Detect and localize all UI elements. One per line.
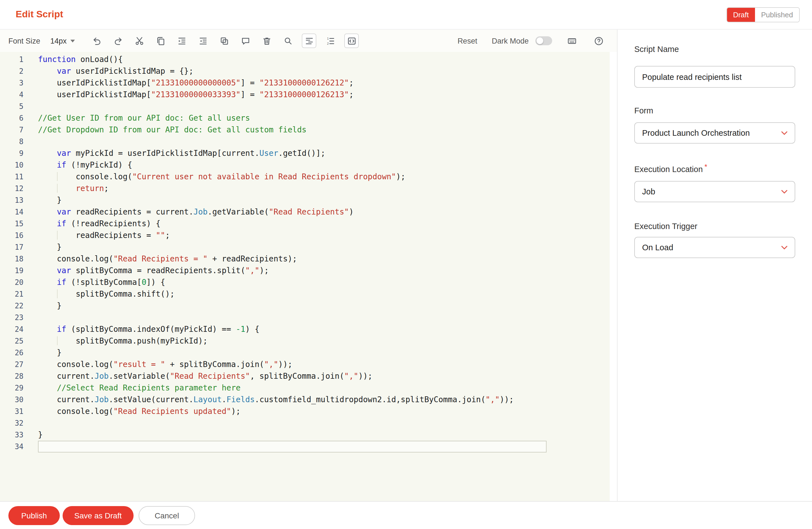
code-line[interactable]: var myPickId = userIdPicklistIdMap[curre… [38,147,610,159]
toolbar-right-icons [552,33,606,48]
code-line[interactable]: //Get User ID from our API doc: Get all … [38,112,610,124]
code-line[interactable]: userIdPicklistIdMap["21331000000033393"]… [38,89,610,101]
code-line[interactable]: return; [38,183,610,194]
code-line[interactable]: splitByComma.shift(); [38,288,610,300]
font-size-select[interactable]: 14px [50,36,75,45]
code-line[interactable]: console.log("Read Recipients updated"); [38,406,610,417]
chevron-down-icon [781,131,787,135]
gutter: 1234567891011121314151617181920212223242… [0,54,28,501]
dark-mode-toggle[interactable] [535,36,552,45]
code-line[interactable]: var readRecipients = current.Job.getVari… [38,206,610,218]
line-number: 11 [0,171,24,183]
line-number: 32 [0,417,24,429]
code-line[interactable]: var splitByComma = readRecipients.split(… [38,265,610,277]
code-line[interactable]: console.log("Current user not available … [38,171,610,183]
chevron-down-icon [781,190,787,193]
code-line[interactable]: console.log("Read Recipients = " + readR… [38,253,610,265]
code-line[interactable] [38,136,610,147]
page-title: Edit Script [16,9,63,20]
editor-toolbar: Font Size 14px 12 Reset Dark Mode [0,30,617,52]
code-line[interactable]: userIdPicklistIdMap["21331000000000005"]… [38,77,610,89]
undo-icon[interactable] [90,33,104,48]
line-number: 10 [0,159,24,171]
line-number: 6 [0,112,24,124]
line-number: 7 [0,124,24,136]
line-number: 31 [0,406,24,417]
execution-location-text: Execution Location [634,165,703,174]
copy-icon[interactable] [154,33,168,48]
settings-panel: Script Name Form Product Launch Orchestr… [618,30,812,501]
line-number: 21 [0,288,24,300]
line-number: 16 [0,230,24,241]
code-line[interactable]: current.Job.setValue(current.Layout.Fiel… [38,394,610,406]
format-code-icon[interactable] [302,33,317,48]
code-line[interactable]: current.Job.setVariable("Read Recipients… [38,370,610,382]
code-line[interactable]: console.log("result = " + splitByComma.j… [38,358,610,370]
published-badge[interactable]: Published [755,8,799,21]
code-line[interactable] [38,312,610,323]
required-asterisk: * [705,163,707,171]
keyboard-icon[interactable] [564,33,579,48]
clone-icon[interactable] [217,33,232,48]
toolbar-icons: 12 [90,33,359,48]
code-line[interactable]: } [38,347,610,358]
code-line[interactable]: if (!splitByComma[0]) { [38,277,610,288]
svg-text:1: 1 [327,36,329,40]
execution-trigger-select[interactable]: On Load [634,237,795,258]
code-block-icon[interactable] [345,33,359,48]
comment-icon[interactable] [238,33,253,48]
line-number: 17 [0,241,24,253]
app-root: Edit Script Draft Published Font Size 14… [0,0,812,529]
line-number: 23 [0,312,24,323]
ordered-list-icon[interactable]: 12 [323,33,338,48]
code-line[interactable]: //Get Dropdown ID from our API doc: Get … [38,124,610,136]
save-draft-button[interactable]: Save as Draft [62,506,133,525]
form-select[interactable]: Product Launch Orchestration [634,122,795,144]
execution-location-select[interactable]: Job [634,181,795,202]
help-icon[interactable] [591,33,606,48]
draft-badge[interactable]: Draft [727,8,755,21]
code-editor[interactable]: 1234567891011121314151617181920212223242… [0,52,610,501]
code-line[interactable] [38,417,610,429]
cancel-button[interactable]: Cancel [139,506,195,525]
toggle-knob [536,38,543,44]
line-number: 13 [0,194,24,206]
indent-icon[interactable] [175,33,189,48]
cut-icon[interactable] [132,33,147,48]
line-number: 26 [0,347,24,358]
code-line[interactable]: if (!readRecipients) { [38,218,610,230]
line-number: 34 [0,441,24,453]
script-name-input[interactable] [634,66,795,88]
line-number: 1 [0,54,24,65]
code-lines: function onLoad(){ var userIdPicklistIdM… [28,54,610,501]
execution-location-value: Job [642,187,655,196]
code-line[interactable]: function onLoad(){ [38,54,610,65]
code-line[interactable]: } [38,241,610,253]
status-toggle: Draft Published [726,7,800,22]
code-line[interactable]: splitByComma.push(myPickId); [38,335,610,347]
line-number: 8 [0,136,24,147]
code-line[interactable]: if (!myPickId) { [38,159,610,171]
script-name-label: Script Name [634,44,812,55]
code-line[interactable] [38,101,610,112]
find-icon[interactable] [281,33,295,48]
code-line[interactable]: var userIdPicklistIdMap = {}; [38,65,610,77]
line-number: 5 [0,101,24,112]
publish-button[interactable]: Publish [9,506,60,525]
code-line[interactable]: //Select Read Recipients parameter here [38,382,610,394]
svg-text:2: 2 [327,42,329,45]
execution-trigger-label: Execution Trigger [634,221,812,232]
reset-button[interactable]: Reset [458,36,477,45]
footer: Publish Save as Draft Cancel [0,501,812,529]
line-number: 30 [0,394,24,406]
outdent-icon[interactable] [196,33,211,48]
delete-icon[interactable] [260,33,274,48]
code-line[interactable]: } [38,429,610,441]
code-line[interactable]: readRecipients = ""; [38,230,610,241]
code-line[interactable]: } [38,194,610,206]
line-number: 33 [0,429,24,441]
code-line[interactable]: } [38,300,610,312]
active-code-line[interactable] [38,441,547,453]
code-line[interactable]: if (splitByComma.indexOf(myPickId) == -1… [38,323,610,335]
redo-icon[interactable] [111,33,126,48]
